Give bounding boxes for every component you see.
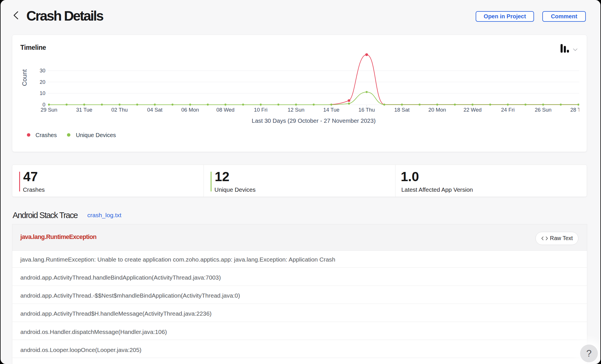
svg-text:20 Mon: 20 Mon	[428, 106, 446, 112]
svg-text:10 Fri: 10 Fri	[254, 106, 267, 112]
svg-text:28 Tue: 28 Tue	[570, 106, 579, 112]
svg-text:20: 20	[39, 79, 45, 85]
svg-text:Unique Devices: Unique Devices	[76, 132, 116, 138]
svg-text:18 Sat: 18 Sat	[394, 106, 410, 112]
svg-text:16 Thu: 16 Thu	[358, 106, 375, 112]
svg-text:06 Mon: 06 Mon	[181, 106, 199, 112]
svg-text:26 Sun: 26 Sun	[535, 106, 551, 112]
svg-text:08 Wed: 08 Wed	[216, 106, 234, 112]
svg-text:02 Thu: 02 Thu	[111, 106, 128, 112]
svg-text:Count: Count	[21, 69, 28, 86]
svg-text:29 Sun: 29 Sun	[41, 106, 58, 112]
svg-text:04 Sat: 04 Sat	[147, 106, 163, 112]
svg-text:31 Tue: 31 Tue	[76, 106, 92, 112]
svg-text:30: 30	[39, 68, 45, 74]
svg-text:12 Sun: 12 Sun	[288, 106, 305, 112]
svg-text:10: 10	[39, 90, 45, 96]
svg-text:Crashes: Crashes	[35, 132, 57, 138]
svg-text:24 Fri: 24 Fri	[501, 106, 515, 112]
svg-text:22 Wed: 22 Wed	[463, 106, 481, 112]
svg-text:14 Tue: 14 Tue	[323, 106, 339, 112]
svg-text:Last 30 Days (29 October - 27: Last 30 Days (29 October - 27 November 2…	[252, 117, 376, 124]
